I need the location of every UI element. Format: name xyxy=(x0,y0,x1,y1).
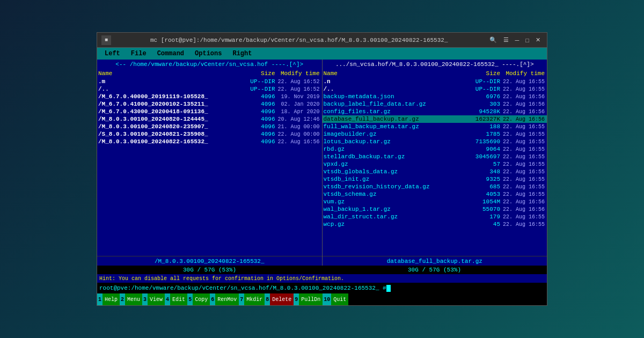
right-file-row[interactable]: config_files.tar.gz94528K22. Aug 16:56 xyxy=(323,108,547,115)
left-file-row[interactable]: .mUP--DIR22. Aug 16:52 xyxy=(97,78,322,85)
left-file-row[interactable]: /M_6.7.0.41000_20200102-135211_409602. J… xyxy=(97,100,322,108)
right-file-row[interactable]: vtsdb_schema.gz405322. Aug 16:55 xyxy=(323,190,547,198)
left-file-size: 4096 xyxy=(238,93,275,100)
right-file-row[interactable]: wal_dir_struct.tar.gz17922. Aug 16:55 xyxy=(323,213,547,221)
right-file-date: 22. Aug 16:55 xyxy=(500,139,546,145)
menu-command[interactable]: Command xyxy=(152,48,189,60)
left-file-date: 20. Aug 12:46 xyxy=(275,116,321,122)
right-col-size: Size xyxy=(463,70,500,77)
right-file-date: 22. Aug 16:55 xyxy=(500,154,546,160)
maximize-button[interactable]: □ xyxy=(523,37,531,43)
left-file-row[interactable]: /M_8.0.3.00100_20240822-165532_409622. A… xyxy=(97,138,322,145)
fkey-num-3: 3 xyxy=(142,293,148,305)
right-file-size: 179 xyxy=(463,214,500,220)
left-file-row[interactable]: /M_8.0.3.00100_20240820-235907_409621. A… xyxy=(97,123,322,130)
left-panel-footer: /M_8.0.3.00100_20240822-165532_ xyxy=(97,256,322,266)
left-col-name: Name xyxy=(98,70,238,77)
close-button[interactable]: ✕ xyxy=(533,36,543,43)
fkey-num-5: 5 xyxy=(187,293,193,305)
right-file-row[interactable]: lotus_backup.tar.gz713569022. Aug 16:55 xyxy=(323,138,547,145)
right-file-row[interactable]: rbd.gz906422. Aug 16:55 xyxy=(323,145,547,153)
fkey-label-view: View xyxy=(148,293,165,305)
right-file-name: full_wal_backup_meta.tar.gz xyxy=(324,123,463,130)
right-file-name: wcp.gz xyxy=(324,221,463,227)
right-file-row[interactable]: vtsdb_revision_history_data.gz68522. Aug… xyxy=(323,183,547,190)
right-file-row[interactable]: full_wal_backup_meta.tar.gz18822. Aug 16… xyxy=(323,123,547,130)
fkey-num-8: 8 xyxy=(265,293,270,305)
right-file-size: 6976 xyxy=(463,93,500,100)
left-file-date: 18. Apr 2020 xyxy=(275,109,321,115)
menu-file[interactable]: File xyxy=(126,48,152,60)
fkey-quit[interactable]: 10Quit xyxy=(323,293,348,305)
right-file-name: vpxd.gz xyxy=(324,161,463,167)
fkey-num-9: 9 xyxy=(294,293,299,305)
right-file-row[interactable]: vpxd.gz5722. Aug 16:55 xyxy=(323,160,547,168)
left-file-row[interactable]: /M_8.0.3.00100_20240820-124445_409620. A… xyxy=(97,115,322,123)
menu-options[interactable]: Options xyxy=(189,48,227,60)
fkey-delete[interactable]: 8Delete xyxy=(265,293,294,305)
fkey-edit[interactable]: 4Edit xyxy=(165,293,187,305)
menu-right[interactable]: Right xyxy=(227,48,257,60)
right-file-name: .n xyxy=(324,78,463,85)
right-file-row[interactable]: /..UP--DIR22. Aug 16:55 xyxy=(323,85,547,93)
left-file-name: /S_8.0.3.00100_20240821-235908_ xyxy=(98,131,238,137)
mc-window: ■ mc [root@pve]:/home/vmware/backup/vCen… xyxy=(97,32,547,306)
fkey-renmov[interactable]: 6RenMov xyxy=(210,293,239,305)
right-file-row[interactable]: backup-metadata.json697622. Aug 16:56 xyxy=(323,93,547,100)
left-file-size: 4096 xyxy=(238,138,275,145)
shell-bar[interactable]: root@pve:/home/vmware/backup/vCenter/sn_… xyxy=(97,283,547,293)
left-file-date: 22. Aug 16:56 xyxy=(275,139,321,145)
right-file-size: 57 xyxy=(463,161,500,167)
right-file-row[interactable]: wcp.gz4522. Aug 16:55 xyxy=(323,221,547,228)
left-file-size: 4096 xyxy=(238,131,275,137)
left-file-name: /M_6.7.0.43000_20200418-091136_ xyxy=(98,108,238,115)
left-file-row[interactable]: /..UP--DIR22. Aug 16:52 xyxy=(97,85,322,93)
left-file-list: .mUP--DIR22. Aug 16:52/..UP--DIR22. Aug … xyxy=(97,78,322,256)
fkey-copy[interactable]: 5Copy xyxy=(187,293,210,305)
fkey-label-delete: Delete xyxy=(270,293,294,305)
left-col-headers: Name Size Modify time xyxy=(97,69,322,78)
right-file-row[interactable]: imagebuilder.gz178522. Aug 16:55 xyxy=(323,130,547,138)
fkey-view[interactable]: 3View xyxy=(142,293,165,305)
disk-info-row: 30G / 57G (53%) 30G / 57G (53%) xyxy=(97,266,547,274)
minimize-button[interactable]: ─ xyxy=(513,37,522,43)
menu-left[interactable]: Left xyxy=(99,48,126,60)
right-file-size: 1785 xyxy=(463,131,500,137)
fkey-help[interactable]: 1Help xyxy=(97,293,120,305)
fkey-pulldn[interactable]: 9PullDn xyxy=(294,293,323,305)
fkey-menu[interactable]: 2Menu xyxy=(120,293,142,305)
fkey-label-mkdir: Mkdir xyxy=(244,293,265,305)
right-file-row[interactable]: .nUP--DIR22. Aug 16:55 xyxy=(323,78,547,85)
left-disk-info: 30G / 57G (53%) xyxy=(97,266,322,274)
right-file-name: config_files.tar.gz xyxy=(324,108,463,115)
left-file-name: /M_8.0.3.00100_20240822-165532_ xyxy=(98,138,238,145)
hint-bar: Hint: You can disable all requests for c… xyxy=(97,274,547,283)
right-file-row[interactable]: wal_backup_1.tar.gz5507022. Aug 16:56 xyxy=(323,205,547,213)
right-file-name: vtsdb_globals_data.gz xyxy=(324,168,463,175)
right-file-row[interactable]: backup_label_file_data.tar.gz30322. Aug … xyxy=(323,100,547,108)
left-file-name: /M_8.0.3.00100_20240820-124445_ xyxy=(98,116,238,122)
search-button[interactable]: 🔍 xyxy=(487,36,499,43)
right-file-size: 9064 xyxy=(463,146,500,152)
right-file-size: 3045697 xyxy=(463,153,500,160)
right-col-modify: Modify time xyxy=(500,70,546,77)
right-file-date: 22. Aug 16:56 xyxy=(500,199,546,205)
left-file-name: /M_6.7.0.41000_20200102-135211_ xyxy=(98,101,238,107)
fkey-label-renmov: RenMov xyxy=(215,293,239,305)
fkey-mkdir[interactable]: 7Mkdir xyxy=(239,293,265,305)
left-file-name: /.. xyxy=(98,86,238,92)
right-file-row[interactable]: vtsdb_globals_data.gz34822. Aug 16:55 xyxy=(323,168,547,175)
right-file-row[interactable]: stellardb_backup.tar.gz304569722. Aug 16… xyxy=(323,153,547,160)
right-file-row[interactable]: database_full_backup.tar.gz162327K22. Au… xyxy=(323,115,547,123)
funckey-bar: 1Help2Menu3View4Edit5Copy6RenMov7Mkdir8D… xyxy=(97,293,547,305)
right-file-date: 22. Aug 16:55 xyxy=(500,214,546,220)
left-file-row[interactable]: /S_8.0.3.00100_20240821-235908_409622. A… xyxy=(97,130,322,138)
left-file-row[interactable]: /M_6.7.0.43000_20200418-091136_409618. A… xyxy=(97,108,322,115)
menu-button[interactable]: ☰ xyxy=(501,36,511,43)
right-file-row[interactable]: vum.gz1054M22. Aug 16:56 xyxy=(323,198,547,205)
left-file-size: UP--DIR xyxy=(238,78,275,85)
right-file-row[interactable]: vtsdb_init.gz932522. Aug 16:55 xyxy=(323,175,547,183)
left-file-row[interactable]: /M_6.7.0.40000_20191119-105528_409619. N… xyxy=(97,93,322,100)
right-file-name: stellardb_backup.tar.gz xyxy=(324,153,463,160)
fkey-num-10: 10 xyxy=(323,293,331,305)
